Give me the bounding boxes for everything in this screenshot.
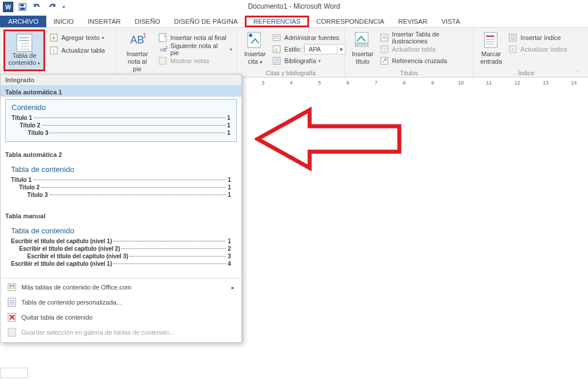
svg-rect-33 [381,34,388,41]
toc-preview-line: Escribir el título del capítulo (nivel 2… [11,245,231,252]
tab-diseno[interactable]: DISEÑO [128,16,167,27]
table-figures-icon [380,33,389,42]
mark-entry-icon [482,31,501,49]
update-index-icon: ! [509,45,518,54]
toc-preview-line: Título 31 [11,191,231,199]
bibliography-button[interactable]: Bibliografía ▾ [271,55,347,67]
crossref-icon [380,56,389,65]
gallery-item-auto1-title[interactable]: Tabla automática 1 [1,85,241,97]
toc-preview-line: Título 21 [12,122,230,129]
custom-toc-button[interactable]: Tabla de contenido personalizada... [1,295,241,310]
add-text-button[interactable]: + Agregar texto ▾ [49,32,106,43]
tab-insertar[interactable]: INSERTAR [81,16,128,27]
update-index-button: ! Actualizar índice [508,43,568,55]
ribbon: Tabla decontenido ▾ + Agregar texto ▾ ! … [0,28,588,78]
ruler-mark: 6 [333,80,362,86]
citation-icon [246,31,264,49]
ribbon-collapse-icon[interactable]: ˆ [577,70,579,76]
ruler-mark: 3 [249,80,277,86]
manage-sources-button[interactable]: Administrar fuentes [271,32,347,43]
preview-title: Contenido [12,103,230,114]
toc-preview-line: Título 31 [12,129,230,137]
cross-reference-button[interactable]: Referencia cruzada [379,55,469,67]
tab-diseno-pagina[interactable]: DISEÑO DE PÁGINA [167,16,245,27]
ribbon-tabs: ARCHIVO INICIO INSERTAR DISEÑO DISEÑO DE… [0,14,588,28]
update-table-button[interactable]: ! Actualizar tabla [49,45,106,56]
tab-inicio[interactable]: INICIO [46,16,80,27]
group-captions-label: Títulos [345,69,473,76]
style-icon: E [273,45,282,54]
svg-text:!: ! [53,48,55,54]
save-icon[interactable] [19,3,27,11]
insert-citation-button[interactable]: Insertarcita ▾ [241,30,269,67]
save-to-gallery-button: Guardar selección en galería de tablas d… [1,325,241,340]
style-caret-icon[interactable]: ▾ [337,46,345,53]
office-icon [8,283,17,292]
redo-icon[interactable] [47,3,57,11]
tab-revisar[interactable]: REVISAR [391,16,435,27]
qat-customize-caret-icon[interactable]: ▾ [63,4,65,10]
svg-rect-53 [9,287,12,289]
next-footnote-button[interactable]: AB1 Siguiente nota al pie ▾ [157,43,233,55]
svg-rect-32 [355,44,368,46]
update-captions-icon: ! [380,45,389,54]
insert-endnote-button[interactable]: i Insertar nota al final [157,32,233,43]
update-captions-button: ! Actualizar tabla [379,43,469,55]
gallery-item-auto2-title[interactable]: Tabla automática 2 [1,148,241,159]
svg-text:AB: AB [130,34,144,46]
svg-text:E: E [275,47,278,53]
toc-preview-line: Escribir el título del capítulo (nivel 3… [11,252,231,260]
gallery-item-auto2-preview[interactable]: Tabla de contenido Título 11Título 21Tít… [5,162,237,203]
manage-sources-icon [273,33,282,42]
svg-rect-22 [273,35,280,41]
toc-icon [16,34,32,52]
chevron-right-icon: ▸ [231,284,234,291]
bibliography-icon [273,56,282,65]
svg-point-21 [249,34,252,37]
ruler-mark: 11 [475,80,504,86]
gallery-item-manual-preview[interactable]: Tabla de contenido Escribir el título de… [5,223,237,272]
svg-text:1: 1 [143,32,146,39]
insert-index-button[interactable]: Insertar índice [508,32,568,43]
svg-rect-1 [20,4,24,6]
ruler-mark: 9 [418,80,447,86]
remove-toc-icon [8,313,17,322]
update-table-icon: ! [50,46,59,55]
title-bar: W ▾ Documento1 - Microsoft Word [0,0,588,14]
table-of-contents-button[interactable]: Tabla decontenido ▾ [3,30,45,71]
undo-icon[interactable] [32,3,42,11]
style-value: APA [304,46,337,53]
insert-table-figures-button[interactable]: Insertar Tabla de ilustraciones [379,32,469,43]
ruler-mark: 7 [362,80,390,86]
callout-arrow-icon [255,104,405,174]
endnote-icon: i [159,33,168,42]
footnote-icon: AB1 [128,31,146,49]
tab-archivo[interactable]: ARCHIVO [0,16,46,27]
next-footnote-icon: AB1 [159,45,168,54]
svg-rect-40 [486,35,494,37]
insert-footnote-button[interactable]: AB1 Insertarnota al pie [119,30,155,74]
tab-vista[interactable]: VISTA [435,16,467,27]
preview-title: Tabla de contenido [11,226,231,237]
document-title: Documento1 - Microsoft Word [248,2,340,10]
toc-preview-line: Escribir el título del capítulo (nivel 1… [11,237,231,245]
show-notes-icon [159,56,168,65]
ruler-mark: 10 [447,80,475,86]
gallery-item-auto1-preview[interactable]: Contenido Título 11Título 21Título 31 [5,99,237,142]
quick-access-toolbar: ▾ [16,3,65,11]
remove-toc-button[interactable]: Quitar tabla de contenido [1,310,241,325]
gallery-item-manual-title[interactable]: Tabla manual [1,209,241,221]
insert-caption-button[interactable]: Insertartítulo [348,30,377,67]
tab-correspondencia[interactable]: CORRESPONDENCIA [309,16,391,27]
save-gallery-icon [8,328,17,337]
ruler-mark: 13 [531,80,560,86]
tab-referencias[interactable]: REFERENCIAS [245,16,310,27]
mark-entry-button[interactable]: Marcarentrada [477,30,505,67]
citation-style-select[interactable]: E Estilo: APA ▾ [271,43,347,55]
document-corner [0,368,28,378]
svg-rect-19 [159,57,166,64]
svg-rect-39 [484,32,497,47]
svg-rect-64 [8,328,16,336]
more-toc-office-button[interactable]: Más tablas de contenido de Office.com ▸ [1,280,241,295]
ruler-mark: 12 [503,80,531,86]
